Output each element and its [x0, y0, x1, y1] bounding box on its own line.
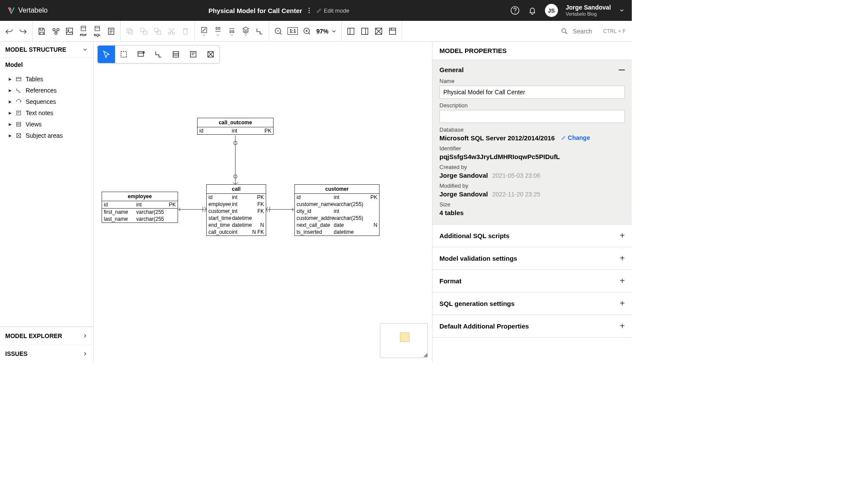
left-panel: MODEL STRUCTURE Model ▶Tables ▶Reference… — [0, 42, 94, 362]
clone-icon[interactable] — [139, 27, 149, 36]
pencil-icon — [316, 7, 322, 13]
undo-icon[interactable] — [4, 27, 14, 36]
svg-rect-37 — [121, 52, 127, 57]
tree-item-textnotes[interactable]: ▶Text notes — [0, 107, 93, 119]
paste-icon[interactable] — [153, 27, 162, 36]
zoom-out-icon[interactable] — [274, 27, 283, 36]
tree-item-tables[interactable]: ▶Tables — [0, 73, 93, 85]
model-title: Physical Model for Call Center — [208, 7, 302, 14]
table-customer[interactable]: customer idintPK customer_namevarchar(25… — [294, 184, 380, 236]
chevron-right-icon — [82, 351, 88, 357]
delete-icon[interactable] — [181, 27, 190, 36]
search-input[interactable] — [573, 28, 599, 35]
sql-export-button[interactable]: SQL — [92, 25, 102, 37]
sequence-icon — [15, 98, 22, 105]
marquee-tool[interactable] — [115, 46, 132, 63]
name-input[interactable] — [439, 86, 625, 99]
edit-mode-toggle[interactable]: Edit mode — [316, 7, 350, 14]
svg-point-4 — [515, 13, 515, 13]
created-label: Created by — [439, 164, 625, 170]
change-database-link[interactable]: Change — [561, 134, 590, 141]
description-input[interactable] — [439, 110, 625, 123]
model-explorer-toggle[interactable]: MODEL EXPLORER — [0, 327, 93, 345]
save-icon[interactable] — [37, 27, 46, 36]
dropdown-caret-icon — [244, 34, 248, 36]
section-sql-generation[interactable]: SQL generation settings+ — [432, 292, 632, 315]
route-icon[interactable] — [255, 27, 264, 36]
add-note-tool[interactable] — [185, 46, 202, 63]
model-structure-header[interactable]: MODEL STRUCTURE — [0, 42, 93, 58]
svg-point-43 — [234, 141, 237, 145]
database-value: Microsoft SQL Server 2012/2014/2016 — [439, 134, 555, 142]
user-chevron-icon[interactable] — [619, 7, 625, 13]
svg-rect-23 — [219, 27, 220, 30]
header-bar: Vertabelo Physical Model for Call Center… — [0, 0, 632, 21]
svg-rect-10 — [81, 26, 86, 31]
share-icon[interactable] — [51, 27, 60, 36]
issues-toggle[interactable]: ISSUES — [0, 345, 93, 362]
table-call[interactable]: call idintPK employee_iintFK customer_ii… — [206, 184, 266, 236]
created-user: Jorge Sandoval — [439, 172, 488, 179]
table-call-outcome[interactable]: call_outcome idintPK — [197, 118, 274, 135]
resize-handle-icon[interactable]: ◢ — [423, 352, 427, 358]
bell-icon[interactable] — [528, 6, 537, 15]
search-icon[interactable] — [561, 27, 568, 35]
tree-item-views[interactable]: ▶Views — [0, 119, 93, 130]
dropdown-caret-icon — [216, 34, 220, 36]
grid-icon[interactable] — [374, 27, 383, 36]
created-date: 2021-05-03 23:06 — [492, 172, 541, 179]
section-format[interactable]: Format+ — [432, 270, 632, 292]
table-employee[interactable]: employee idintPK first_namevarchar(255) … — [102, 192, 178, 223]
add-table-tool[interactable] — [132, 46, 150, 63]
add-area-tool[interactable] — [202, 46, 219, 63]
align-vertical-tool[interactable] — [227, 26, 237, 36]
workspace-icon[interactable] — [388, 27, 397, 36]
section-default-props[interactable]: Default Additional Properties+ — [432, 315, 632, 338]
zoom-in-icon[interactable] — [302, 27, 312, 36]
redo-icon[interactable] — [18, 27, 28, 36]
model-root[interactable]: Model — [0, 58, 93, 72]
more-icon[interactable] — [308, 7, 310, 13]
identifier-label: Identifier — [439, 145, 625, 152]
select-tool[interactable] — [98, 46, 115, 63]
user-info[interactable]: Jorge Sandoval Vertabelo Blog — [566, 4, 611, 17]
resize-tool[interactable] — [199, 26, 209, 36]
minimap[interactable]: ◢ — [380, 323, 428, 358]
svg-point-0 — [309, 8, 310, 9]
subjectarea-icon — [15, 132, 22, 139]
section-additional-sql[interactable]: Additional SQL scripts+ — [432, 225, 632, 247]
help-icon[interactable] — [510, 6, 520, 15]
search-area: CTRL + F — [554, 27, 632, 35]
svg-rect-31 — [389, 28, 396, 34]
pdf-export-button[interactable]: PDF — [79, 25, 88, 37]
panel-left-icon[interactable] — [346, 27, 356, 36]
general-section-header[interactable]: General — [439, 66, 625, 73]
tree-item-sequences[interactable]: ▶Sequences — [0, 96, 93, 107]
pencil-icon — [561, 135, 566, 140]
name-label: Name — [439, 78, 625, 84]
svg-point-9 — [68, 29, 69, 30]
add-reference-tool[interactable] — [150, 46, 167, 63]
align-horizontal-tool[interactable] — [213, 26, 223, 36]
zoom-level-dropdown[interactable]: 97% — [316, 28, 337, 35]
logo[interactable]: Vertabelo — [7, 6, 48, 15]
user-avatar[interactable]: JS — [545, 4, 558, 17]
copy-icon[interactable] — [125, 27, 135, 36]
tree-item-subjectareas[interactable]: ▶Subject areas — [0, 130, 93, 141]
toolbar: PDF SQL 1:1 — [0, 21, 632, 42]
cut-icon[interactable] — [167, 27, 176, 36]
vertabelo-logo-icon — [7, 6, 16, 15]
add-view-tool[interactable] — [167, 46, 185, 63]
panel-right-icon[interactable] — [360, 27, 370, 36]
section-validation[interactable]: Model validation settings+ — [432, 247, 632, 270]
image-export-icon[interactable] — [65, 27, 74, 36]
layer-tool[interactable] — [241, 26, 251, 36]
canvas[interactable]: call_outcome idintPK employee idintPK fi… — [94, 42, 432, 362]
collapse-icon — [619, 70, 625, 70]
zoom-fit-button[interactable]: 1:1 — [287, 27, 298, 35]
modified-date: 2022-11-20 23:25 — [492, 191, 541, 198]
tree-item-references[interactable]: ▶References — [0, 85, 93, 96]
xml-export-icon[interactable] — [106, 27, 116, 36]
svg-rect-28 — [348, 28, 354, 34]
svg-point-2 — [309, 12, 310, 13]
